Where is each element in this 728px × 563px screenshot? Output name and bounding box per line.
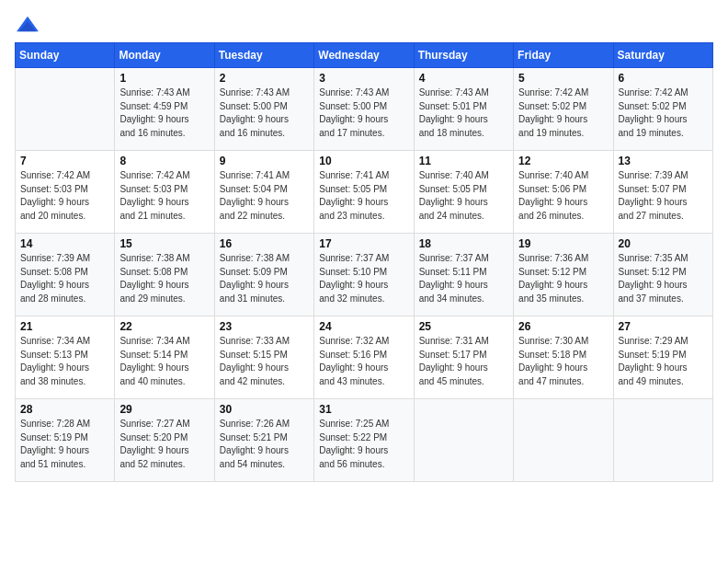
day-info: Sunrise: 7:27 AM Sunset: 5:20 PM Dayligh…: [119, 418, 209, 471]
day-number: 24: [319, 320, 408, 333]
calendar-cell: 11Sunrise: 7:40 AM Sunset: 5:05 PM Dayli…: [414, 151, 513, 234]
day-info: Sunrise: 7:39 AM Sunset: 5:07 PM Dayligh…: [619, 169, 708, 223]
day-info: Sunrise: 7:43 AM Sunset: 5:00 PM Dayligh…: [319, 86, 408, 140]
day-number: 1: [119, 72, 209, 85]
calendar-week-2: 7Sunrise: 7:42 AM Sunset: 5:03 PM Daylig…: [16, 151, 713, 234]
calendar-week-3: 14Sunrise: 7:39 AM Sunset: 5:08 PM Dayli…: [16, 234, 713, 316]
day-number: 20: [619, 237, 708, 250]
calendar-cell: 22Sunrise: 7:34 AM Sunset: 5:14 PM Dayli…: [115, 316, 214, 399]
calendar-cell: 14Sunrise: 7:39 AM Sunset: 5:08 PM Dayli…: [16, 234, 115, 316]
day-number: 30: [220, 403, 309, 416]
day-number: 15: [119, 237, 209, 250]
day-number: 17: [319, 237, 408, 250]
calendar-cell: [16, 68, 115, 151]
day-number: 25: [419, 320, 508, 333]
day-number: 11: [419, 155, 508, 167]
calendar-cell: 20Sunrise: 7:35 AM Sunset: 5:12 PM Dayli…: [613, 234, 712, 316]
calendar-header: SundayMondayTuesdayWednesdayThursdayFrid…: [16, 43, 713, 68]
calendar-cell: 25Sunrise: 7:31 AM Sunset: 5:17 PM Dayli…: [414, 316, 513, 399]
day-number: 31: [319, 403, 408, 416]
day-info: Sunrise: 7:43 AM Sunset: 4:59 PM Dayligh…: [119, 86, 209, 140]
day-info: Sunrise: 7:42 AM Sunset: 5:03 PM Dayligh…: [119, 169, 209, 223]
calendar-cell: 21Sunrise: 7:34 AM Sunset: 5:13 PM Dayli…: [16, 316, 115, 399]
column-header-tuesday: Tuesday: [214, 43, 313, 68]
day-number: 22: [119, 320, 209, 333]
calendar-cell: 30Sunrise: 7:26 AM Sunset: 5:21 PM Dayli…: [214, 399, 313, 482]
day-number: 3: [319, 72, 408, 85]
day-info: Sunrise: 7:30 AM Sunset: 5:18 PM Dayligh…: [518, 335, 608, 388]
column-header-thursday: Thursday: [414, 43, 513, 68]
column-header-friday: Friday: [514, 43, 613, 68]
calendar-cell: 15Sunrise: 7:38 AM Sunset: 5:08 PM Dayli…: [115, 234, 214, 316]
day-info: Sunrise: 7:26 AM Sunset: 5:21 PM Dayligh…: [220, 418, 309, 471]
day-info: Sunrise: 7:33 AM Sunset: 5:15 PM Dayligh…: [220, 335, 309, 388]
calendar-cell: 31Sunrise: 7:25 AM Sunset: 5:22 PM Dayli…: [314, 399, 414, 482]
calendar-cell: 13Sunrise: 7:39 AM Sunset: 5:07 PM Dayli…: [613, 151, 712, 234]
day-number: 29: [119, 403, 209, 416]
calendar-cell: 1Sunrise: 7:43 AM Sunset: 4:59 PM Daylig…: [115, 68, 214, 151]
day-info: Sunrise: 7:32 AM Sunset: 5:16 PM Dayligh…: [319, 335, 408, 388]
calendar-week-4: 21Sunrise: 7:34 AM Sunset: 5:13 PM Dayli…: [16, 316, 713, 399]
day-info: Sunrise: 7:38 AM Sunset: 5:08 PM Dayligh…: [119, 252, 209, 305]
column-header-sunday: Sunday: [16, 43, 115, 68]
calendar-cell: [613, 399, 712, 482]
day-info: Sunrise: 7:29 AM Sunset: 5:19 PM Dayligh…: [619, 335, 708, 388]
day-number: 18: [419, 237, 508, 250]
day-info: Sunrise: 7:34 AM Sunset: 5:13 PM Dayligh…: [20, 335, 109, 388]
day-info: Sunrise: 7:42 AM Sunset: 5:02 PM Dayligh…: [619, 86, 708, 140]
day-info: Sunrise: 7:34 AM Sunset: 5:14 PM Dayligh…: [119, 335, 209, 388]
calendar-cell: 7Sunrise: 7:42 AM Sunset: 5:03 PM Daylig…: [16, 151, 115, 234]
day-number: 23: [220, 320, 309, 333]
day-info: Sunrise: 7:25 AM Sunset: 5:22 PM Dayligh…: [319, 418, 408, 471]
day-number: 2: [220, 72, 309, 85]
day-info: Sunrise: 7:36 AM Sunset: 5:12 PM Dayligh…: [518, 252, 608, 305]
calendar-cell: [414, 399, 513, 482]
calendar-cell: 23Sunrise: 7:33 AM Sunset: 5:15 PM Dayli…: [214, 316, 313, 399]
day-number: 27: [619, 320, 708, 333]
day-info: Sunrise: 7:38 AM Sunset: 5:09 PM Dayligh…: [220, 252, 309, 305]
day-number: 10: [319, 155, 408, 167]
day-info: Sunrise: 7:37 AM Sunset: 5:10 PM Dayligh…: [319, 252, 408, 305]
day-number: 28: [20, 403, 109, 416]
day-number: 5: [518, 72, 608, 85]
calendar-body: 1Sunrise: 7:43 AM Sunset: 4:59 PM Daylig…: [16, 68, 713, 482]
calendar-week-5: 28Sunrise: 7:28 AM Sunset: 5:19 PM Dayli…: [16, 399, 713, 482]
day-info: Sunrise: 7:43 AM Sunset: 5:00 PM Dayligh…: [220, 86, 309, 140]
calendar-cell: 18Sunrise: 7:37 AM Sunset: 5:11 PM Dayli…: [414, 234, 513, 316]
calendar-cell: 4Sunrise: 7:43 AM Sunset: 5:01 PM Daylig…: [414, 68, 513, 151]
day-info: Sunrise: 7:35 AM Sunset: 5:12 PM Dayligh…: [619, 252, 708, 305]
day-number: 6: [619, 72, 708, 85]
calendar-cell: 28Sunrise: 7:28 AM Sunset: 5:19 PM Dayli…: [16, 399, 115, 482]
day-info: Sunrise: 7:41 AM Sunset: 5:05 PM Dayligh…: [319, 169, 408, 223]
day-info: Sunrise: 7:42 AM Sunset: 5:03 PM Dayligh…: [20, 169, 109, 223]
calendar-table: SundayMondayTuesdayWednesdayThursdayFrid…: [15, 42, 713, 482]
day-info: Sunrise: 7:28 AM Sunset: 5:19 PM Dayligh…: [20, 418, 109, 471]
day-info: Sunrise: 7:40 AM Sunset: 5:06 PM Dayligh…: [518, 169, 608, 223]
calendar-cell: 5Sunrise: 7:42 AM Sunset: 5:02 PM Daylig…: [514, 68, 613, 151]
day-info: Sunrise: 7:40 AM Sunset: 5:05 PM Dayligh…: [419, 169, 508, 223]
day-info: Sunrise: 7:31 AM Sunset: 5:17 PM Dayligh…: [419, 335, 508, 388]
calendar-week-1: 1Sunrise: 7:43 AM Sunset: 4:59 PM Daylig…: [16, 68, 713, 151]
calendar-cell: 6Sunrise: 7:42 AM Sunset: 5:02 PM Daylig…: [613, 68, 712, 151]
day-info: Sunrise: 7:39 AM Sunset: 5:08 PM Dayligh…: [20, 252, 109, 305]
calendar-cell: 2Sunrise: 7:43 AM Sunset: 5:00 PM Daylig…: [214, 68, 313, 151]
calendar-cell: 12Sunrise: 7:40 AM Sunset: 5:06 PM Dayli…: [514, 151, 613, 234]
calendar-cell: 3Sunrise: 7:43 AM Sunset: 5:00 PM Daylig…: [314, 68, 414, 151]
calendar-cell: [514, 399, 613, 482]
calendar-cell: 9Sunrise: 7:41 AM Sunset: 5:04 PM Daylig…: [214, 151, 313, 234]
day-number: 13: [619, 155, 708, 167]
day-number: 8: [119, 155, 209, 167]
day-number: 26: [518, 320, 608, 333]
day-number: 7: [20, 155, 109, 167]
day-number: 12: [518, 155, 608, 167]
calendar-cell: 24Sunrise: 7:32 AM Sunset: 5:16 PM Dayli…: [314, 316, 414, 399]
calendar-cell: 17Sunrise: 7:37 AM Sunset: 5:10 PM Dayli…: [314, 234, 414, 316]
calendar-cell: 27Sunrise: 7:29 AM Sunset: 5:19 PM Dayli…: [613, 316, 712, 399]
day-info: Sunrise: 7:37 AM Sunset: 5:11 PM Dayligh…: [419, 252, 508, 305]
day-number: 21: [20, 320, 109, 333]
calendar-cell: 26Sunrise: 7:30 AM Sunset: 5:18 PM Dayli…: [514, 316, 613, 399]
column-header-wednesday: Wednesday: [314, 43, 414, 68]
calendar-cell: 16Sunrise: 7:38 AM Sunset: 5:09 PM Dayli…: [214, 234, 313, 316]
column-header-saturday: Saturday: [613, 43, 712, 68]
day-info: Sunrise: 7:42 AM Sunset: 5:02 PM Dayligh…: [518, 86, 608, 140]
